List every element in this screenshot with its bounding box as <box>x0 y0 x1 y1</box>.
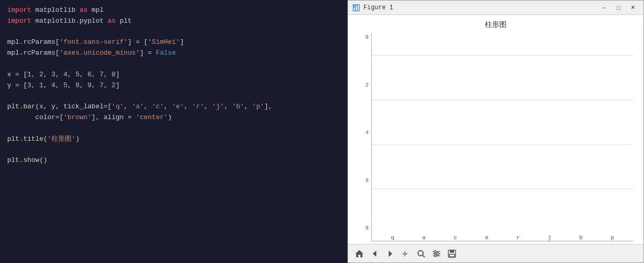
minimize-button[interactable]: − <box>597 3 611 13</box>
x-axis-label: p <box>597 235 628 241</box>
zoom-button[interactable] <box>414 246 428 261</box>
x-axis-label: r <box>502 235 534 241</box>
svg-marker-6 <box>389 251 392 257</box>
window-controls: − □ ✕ <box>597 3 639 13</box>
figure-title-left: Figure 1 <box>352 4 393 12</box>
svg-rect-17 <box>450 250 454 253</box>
close-button[interactable]: ✕ <box>626 3 639 13</box>
x-axis-label: c <box>440 235 471 241</box>
svg-line-9 <box>423 255 425 257</box>
x-axis-label: e <box>471 235 502 241</box>
bars-container <box>372 34 633 234</box>
svg-marker-4 <box>355 250 363 257</box>
grid-line <box>372 55 633 56</box>
code-line: import matplotlib.pyplot as plt <box>7 16 340 27</box>
svg-marker-5 <box>373 251 376 257</box>
back-icon <box>370 249 379 258</box>
config-button[interactable] <box>429 246 444 261</box>
back-button[interactable] <box>368 246 382 261</box>
grid-line <box>372 144 633 145</box>
svg-rect-18 <box>449 254 455 257</box>
code-editor: import matplotlib as mplimport matplotli… <box>0 0 347 263</box>
forward-button[interactable] <box>383 246 397 261</box>
home-button[interactable] <box>352 246 367 261</box>
config-icon <box>432 249 441 258</box>
save-button[interactable] <box>445 246 459 261</box>
forward-icon <box>386 249 395 258</box>
zoom-icon <box>416 249 426 258</box>
code-line <box>7 144 340 155</box>
x-axis-label: q <box>377 235 408 241</box>
figure-title-text: Figure 1 <box>363 4 393 11</box>
x-axis-label: a <box>408 235 440 241</box>
svg-rect-2 <box>356 6 357 10</box>
y-axis-label: 6 <box>365 178 369 184</box>
chart-title: 柱形图 <box>485 20 507 29</box>
save-icon <box>447 249 457 258</box>
chart-area: 86420 qacerjbp <box>358 34 633 241</box>
pan-button[interactable]: ✛ <box>398 246 413 261</box>
svg-rect-3 <box>358 5 359 10</box>
code-line: plt.show() <box>7 155 340 166</box>
figure-titlebar: Figure 1 − □ ✕ <box>348 1 643 15</box>
code-line <box>7 27 340 38</box>
y-axis-labels: 86420 <box>358 34 371 241</box>
code-line: color=['brown'], align = 'center') <box>7 112 340 123</box>
figure-toolbar: ✛ <box>348 244 643 262</box>
y-axis-label: 8 <box>365 225 369 231</box>
grid-line <box>372 100 633 100</box>
code-line: mpl.rcParams['font.sans-serif'] = ['SimH… <box>7 37 340 48</box>
code-line: plt.bar(x, y, tick_label=['q', 'a', 'c',… <box>7 102 340 112</box>
svg-text:✛: ✛ <box>402 250 408 258</box>
code-line: mpl.rcParams['axes.unicode_minus'] = Fal… <box>7 48 340 59</box>
svg-point-14 <box>437 253 439 255</box>
home-icon <box>355 249 364 258</box>
code-line: x = [1, 2, 3, 4, 5, 6, 7, 8] <box>7 70 340 80</box>
chart-plot: qacerjbp <box>371 34 633 241</box>
svg-point-8 <box>418 251 423 256</box>
code-line: import matplotlib as mpl <box>7 5 340 16</box>
x-axis-label: j <box>534 235 565 241</box>
x-axis-label: b <box>565 235 597 241</box>
figure-window: Figure 1 − □ ✕ 柱形图 86420 qacerjbp <box>347 0 644 263</box>
x-axis-labels: qacerjbp <box>372 234 633 241</box>
maximize-button[interactable]: □ <box>612 3 625 13</box>
code-line: y = [3, 1, 4, 5, 8, 9, 7, 2] <box>7 80 340 91</box>
y-axis-label: 4 <box>365 130 369 136</box>
y-axis-label: 0 <box>365 35 369 40</box>
figure-content: 柱形图 86420 qacerjbp <box>348 15 643 244</box>
svg-point-13 <box>434 251 436 253</box>
code-line <box>7 59 340 70</box>
code-line: plt.title('柱形图') <box>7 134 340 145</box>
svg-point-15 <box>434 255 437 257</box>
svg-rect-1 <box>354 8 355 10</box>
code-line <box>7 123 340 134</box>
pan-icon: ✛ <box>401 249 410 258</box>
y-axis-label: 2 <box>365 83 369 88</box>
code-line <box>7 91 340 102</box>
figure-icon <box>352 4 360 12</box>
grid-line <box>372 189 633 189</box>
